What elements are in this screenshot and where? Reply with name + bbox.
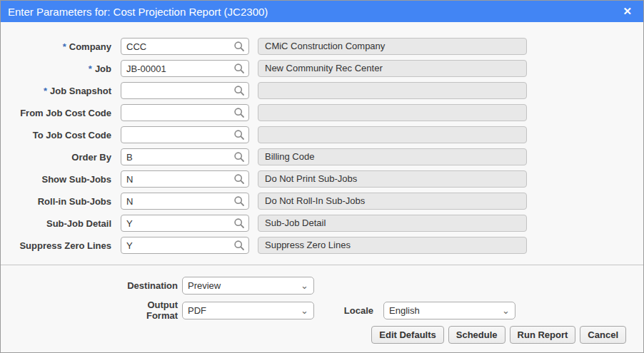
schedule-button[interactable]: Schedule <box>448 326 505 344</box>
field-description: Billing Code <box>258 148 527 165</box>
field-label: Sub-Job Detail <box>46 218 111 229</box>
dialog-header: Enter Parameters for: Cost Projection Re… <box>1 1 643 22</box>
field-description: Do Not Roll-In Sub-Jobs <box>258 193 527 210</box>
destination-select-wrap: Preview ⌄ <box>182 277 314 295</box>
destination-select[interactable]: Preview <box>182 277 314 295</box>
search-icon[interactable] <box>233 240 245 251</box>
search-icon[interactable] <box>233 85 245 96</box>
field-label: Roll-in Sub-Jobs <box>38 196 111 207</box>
locale-select[interactable]: English <box>383 302 515 319</box>
locale-label: Locale <box>341 305 373 316</box>
form-row: *Roll-in Sub-Jobs Do Not Roll-In Sub-Job… <box>1 193 643 210</box>
field-input[interactable] <box>121 237 249 254</box>
destination-label: Destination <box>101 280 178 291</box>
field-description: CMiC Construction Company <box>258 38 527 55</box>
parameters-dialog: Enter Parameters for: Cost Projection Re… <box>0 0 644 353</box>
field-label: To Job Cost Code <box>33 130 111 140</box>
close-icon[interactable]: ✕ <box>618 1 636 22</box>
field-description: Do Not Print Sub-Jobs <box>258 170 527 188</box>
form-row: *From Job Cost Code <box>1 104 643 121</box>
field-label: Suppress Zero Lines <box>19 240 111 251</box>
field-description: Suppress Zero Lines <box>258 237 527 254</box>
required-marker: * <box>44 86 47 96</box>
required-marker: * <box>63 41 66 52</box>
field-input[interactable] <box>121 126 249 143</box>
destination-row: Destination Preview ⌄ <box>1 277 643 295</box>
field-description <box>258 82 527 99</box>
search-icon[interactable] <box>233 63 245 74</box>
form-row: *Suppress Zero Lines Suppress Zero Lines <box>1 237 643 254</box>
field-label: From Job Cost Code <box>20 108 111 118</box>
form-row: *Job Snapshot <box>1 82 643 99</box>
field-input[interactable] <box>121 170 249 188</box>
footer-button-bar: Edit Defaults Schedule Run Report Cancel <box>1 326 643 352</box>
output-format-label: Output Format <box>139 300 178 321</box>
field-label: Show Sub-Jobs <box>42 174 112 185</box>
field-input[interactable] <box>121 148 249 165</box>
search-icon[interactable] <box>233 129 245 140</box>
field-label: Job Snapshot <box>50 86 111 96</box>
search-icon[interactable] <box>233 41 245 52</box>
form-row: *Company CMiC Construction Company <box>1 38 643 55</box>
form-row: *Job New Community Rec Center <box>1 60 643 77</box>
field-input[interactable] <box>121 82 249 99</box>
field-description <box>258 126 527 143</box>
run-report-button[interactable]: Run Report <box>510 326 576 344</box>
parameters-form: *Company CMiC Construction Company *Job … <box>1 22 643 259</box>
form-row: *Sub-Job Detail Sub-Job Detail <box>1 215 643 232</box>
field-label: Order By <box>71 152 111 163</box>
field-input[interactable] <box>121 104 249 121</box>
dialog-title: Enter Parameters for: Cost Projection Re… <box>8 6 618 18</box>
field-description: Sub-Job Detail <box>258 215 527 232</box>
field-input[interactable] <box>121 215 249 232</box>
cancel-button[interactable]: Cancel <box>580 326 626 344</box>
search-icon[interactable] <box>233 218 245 229</box>
output-format-select-wrap: PDF ⌄ <box>182 302 314 319</box>
search-icon[interactable] <box>233 173 245 185</box>
locale-select-wrap: English ⌄ <box>383 302 515 319</box>
required-marker: * <box>89 63 92 74</box>
field-input[interactable] <box>121 60 249 77</box>
field-input[interactable] <box>121 38 249 55</box>
field-label: Job <box>95 63 111 74</box>
search-icon[interactable] <box>233 195 245 207</box>
field-input[interactable] <box>121 193 249 210</box>
search-icon[interactable] <box>233 107 245 118</box>
field-description <box>258 104 527 121</box>
form-row: *To Job Cost Code <box>1 126 643 143</box>
field-label: Company <box>69 41 111 52</box>
output-options: Destination Preview ⌄ Output Format PDF … <box>1 265 643 326</box>
output-format-select[interactable]: PDF <box>182 302 314 319</box>
form-row: *Show Sub-Jobs Do Not Print Sub-Jobs <box>1 170 643 188</box>
output-format-row: Output Format PDF ⌄ Locale English ⌄ <box>1 300 643 321</box>
field-description: New Community Rec Center <box>258 60 527 77</box>
form-row: *Order By Billing Code <box>1 148 643 165</box>
edit-defaults-button[interactable]: Edit Defaults <box>371 326 443 344</box>
search-icon[interactable] <box>233 151 245 163</box>
